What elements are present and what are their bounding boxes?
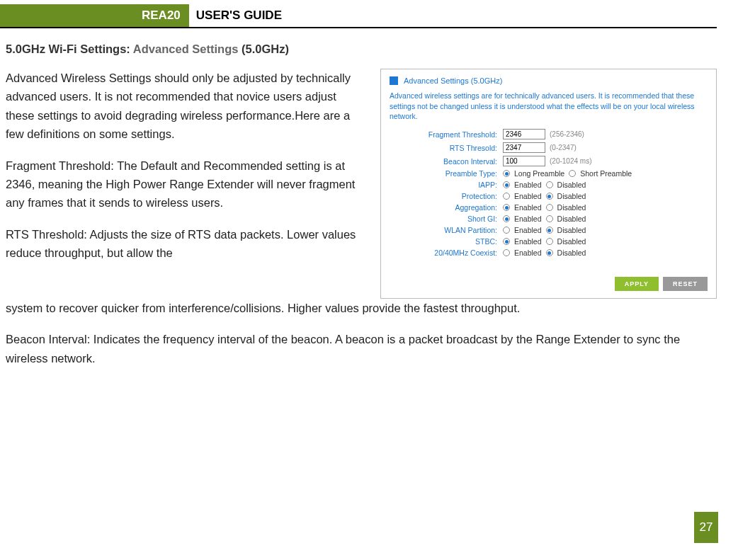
radio-coexist-2[interactable]	[546, 249, 553, 256]
section-prefix: 5.0GHz Wi-Fi Settings:	[6, 42, 130, 55]
radio-label-coexist-1: Enabled	[514, 248, 542, 257]
section-grey: Advanced Settings	[133, 42, 239, 55]
reset-button[interactable]: RESET	[663, 277, 708, 291]
label-coexist: 20/40MHz Coexist:	[390, 248, 503, 257]
input-rts[interactable]	[503, 142, 545, 153]
radio-label-stbc-1: Enabled	[514, 237, 542, 246]
hint-rts: (0-2347)	[550, 144, 577, 152]
input-fragment[interactable]	[503, 129, 545, 139]
radio-label-aggregation-1: Enabled	[514, 203, 542, 212]
label-fragment: Fragment Threshold:	[390, 130, 503, 139]
row-rts: RTS Thresold: (0-2347)	[390, 142, 708, 153]
paragraph-intro: Advanced Wireless Settings should only b…	[6, 69, 365, 144]
product-badge: REA20	[0, 4, 189, 27]
row-protection: Protection:EnabledDisabled	[390, 192, 708, 200]
radio-label-wlan-2: Disabled	[557, 226, 586, 234]
label-preamble: Preamble Type:	[390, 169, 503, 178]
section-title: 5.0GHz Wi-Fi Settings: Advanced Settings…	[6, 42, 717, 56]
row-wlan: WLAN Partition:EnabledDisabled	[390, 226, 708, 234]
hint-beacon: (20-1024 ms)	[550, 157, 591, 165]
radio-aggregation-1[interactable]	[503, 204, 510, 211]
label-wlan: WLAN Partition:	[390, 226, 503, 234]
radio-wlan-1[interactable]	[503, 227, 510, 234]
radio-shortgi-1[interactable]	[503, 215, 510, 222]
radio-label-wlan-1: Enabled	[514, 226, 542, 234]
doc-title: USER'S GUIDE	[189, 4, 289, 27]
radio-coexist-1[interactable]	[503, 249, 510, 256]
radio-protection-2[interactable]	[546, 193, 553, 200]
row-beacon: Beacon Interval: (20-1024 ms)	[390, 156, 708, 166]
row-iapp: IAPP:EnabledDisabled	[390, 181, 708, 189]
radio-label-shortgi-2: Disabled	[557, 215, 586, 223]
radio-label-preamble-1: Long Preamble	[514, 169, 564, 178]
radio-stbc-2[interactable]	[546, 238, 553, 245]
hint-fragment: (256-2346)	[550, 130, 584, 138]
label-shortgi: Short GI:	[390, 215, 503, 223]
panel-title-icon	[390, 76, 398, 85]
radio-label-preamble-2: Short Preamble	[580, 169, 632, 178]
apply-button[interactable]: APPLY	[615, 277, 659, 291]
radio-wlan-2[interactable]	[546, 227, 553, 234]
radio-label-stbc-2: Disabled	[557, 237, 586, 246]
label-aggregation: Aggregation:	[390, 203, 503, 212]
label-beacon: Beacon Interval:	[390, 157, 503, 166]
page-number: 27	[694, 512, 718, 543]
row-shortgi: Short GI:EnabledDisabled	[390, 215, 708, 223]
radio-label-protection-1: Enabled	[514, 192, 542, 200]
text-column: Advanced Wireless Settings should only b…	[6, 69, 365, 299]
paragraph-beacon: Beacon Interval: Indicates the frequency…	[6, 330, 717, 367]
radio-aggregation-2[interactable]	[546, 204, 553, 211]
row-aggregation: Aggregation:EnabledDisabled	[390, 203, 708, 212]
radio-iapp-2[interactable]	[546, 181, 553, 188]
radio-protection-1[interactable]	[503, 193, 510, 200]
radio-preamble-2[interactable]	[569, 170, 576, 177]
label-iapp: IAPP:	[390, 181, 503, 189]
radio-iapp-1[interactable]	[503, 181, 510, 188]
paragraph-fragment: Fragment Threshold: The Default and Reco…	[6, 156, 365, 212]
radio-label-iapp-2: Disabled	[557, 181, 586, 189]
radio-preamble-1[interactable]	[503, 170, 510, 177]
radio-label-iapp-1: Enabled	[514, 181, 542, 189]
paragraph-rts-b: system to recover quicker from interfere…	[6, 299, 717, 317]
page-content: 5.0GHz Wi-Fi Settings: Advanced Settings…	[0, 28, 738, 367]
panel-title: Advanced Settings (5.0GHz)	[404, 76, 502, 85]
input-beacon[interactable]	[503, 156, 545, 166]
panel-description: Advanced wireless settings are for techn…	[390, 91, 708, 122]
page-header: REA20 USER'S GUIDE	[0, 4, 717, 28]
radio-label-coexist-2: Disabled	[557, 248, 586, 257]
radio-label-aggregation-2: Disabled	[557, 203, 586, 212]
label-stbc: STBC:	[390, 237, 503, 246]
settings-panel: Advanced Settings (5.0GHz) Advanced wire…	[380, 69, 717, 299]
label-protection: Protection:	[390, 192, 503, 200]
section-suffix: (5.0GHz)	[242, 42, 289, 55]
label-rts: RTS Thresold:	[390, 144, 503, 152]
row-coexist: 20/40MHz Coexist:EnabledDisabled	[390, 248, 708, 257]
radio-label-shortgi-1: Enabled	[514, 215, 542, 223]
row-preamble: Preamble Type:Long PreambleShort Preambl…	[390, 169, 708, 178]
row-fragment: Fragment Threshold: (256-2346)	[390, 129, 708, 139]
radio-label-protection-2: Disabled	[557, 192, 586, 200]
radio-shortgi-2[interactable]	[546, 215, 553, 222]
paragraph-rts-a: RTS Threshold: Adjusts the size of RTS d…	[6, 225, 365, 263]
radio-stbc-1[interactable]	[503, 238, 510, 245]
row-stbc: STBC:EnabledDisabled	[390, 237, 708, 246]
